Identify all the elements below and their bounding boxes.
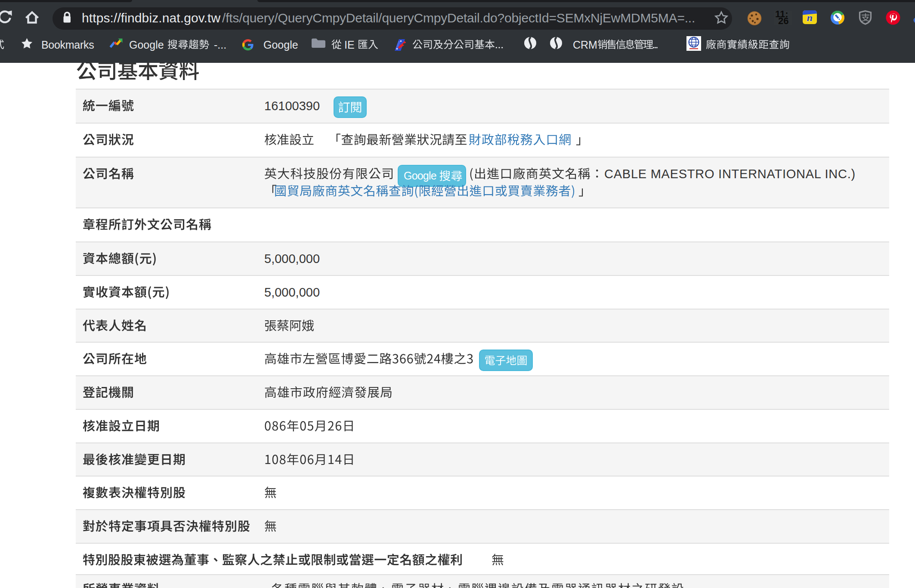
svg-text:n: n <box>807 12 813 23</box>
